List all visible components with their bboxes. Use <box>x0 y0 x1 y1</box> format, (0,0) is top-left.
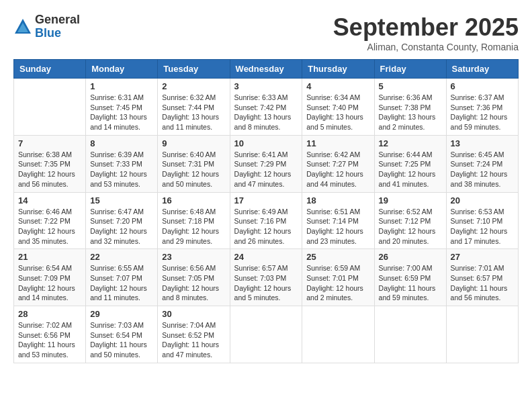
day-number: 20 <box>451 195 514 205</box>
calendar-weekday-header: Wednesday <box>230 60 302 79</box>
day-number: 26 <box>379 252 442 262</box>
day-info: Sunrise: 6:55 AM Sunset: 7:07 PM Dayligh… <box>90 263 153 303</box>
logo: General Blue <box>13 13 80 40</box>
day-info: Sunrise: 6:46 AM Sunset: 7:22 PM Dayligh… <box>18 207 81 246</box>
day-number: 30 <box>162 309 225 319</box>
calendar-cell <box>374 306 446 363</box>
day-number: 1 <box>90 81 153 91</box>
day-number: 17 <box>234 195 298 205</box>
calendar-cell: 17Sunrise: 6:49 AM Sunset: 7:16 PM Dayli… <box>230 192 302 249</box>
day-info: Sunrise: 6:33 AM Sunset: 7:42 PM Dayligh… <box>234 93 298 132</box>
calendar-cell: 30Sunrise: 7:04 AM Sunset: 6:52 PM Dayli… <box>158 306 230 363</box>
day-number: 10 <box>234 138 298 148</box>
day-number: 8 <box>90 138 153 148</box>
day-number: 5 <box>379 81 442 91</box>
logo-icon <box>13 17 32 36</box>
calendar-cell: 20Sunrise: 6:53 AM Sunset: 7:10 PM Dayli… <box>446 192 518 249</box>
calendar-cell: 15Sunrise: 6:47 AM Sunset: 7:20 PM Dayli… <box>86 192 158 249</box>
calendar-cell: 28Sunrise: 7:02 AM Sunset: 6:56 PM Dayli… <box>14 306 86 363</box>
day-number: 12 <box>379 138 442 148</box>
day-number: 25 <box>306 252 369 262</box>
calendar-weekday-header: Saturday <box>446 60 518 79</box>
day-number: 19 <box>379 195 442 205</box>
calendar-cell: 6Sunrise: 6:37 AM Sunset: 7:36 PM Daylig… <box>446 79 518 136</box>
day-info: Sunrise: 6:36 AM Sunset: 7:38 PM Dayligh… <box>379 93 442 132</box>
calendar-cell: 7Sunrise: 6:38 AM Sunset: 7:35 PM Daylig… <box>14 135 86 192</box>
day-info: Sunrise: 6:52 AM Sunset: 7:12 PM Dayligh… <box>379 207 442 246</box>
calendar-cell: 29Sunrise: 7:03 AM Sunset: 6:54 PM Dayli… <box>86 306 158 363</box>
day-number: 16 <box>162 195 225 205</box>
calendar-cell: 13Sunrise: 6:45 AM Sunset: 7:24 PM Dayli… <box>446 135 518 192</box>
day-info: Sunrise: 6:38 AM Sunset: 7:35 PM Dayligh… <box>18 150 81 189</box>
calendar-week-row: 1Sunrise: 6:31 AM Sunset: 7:45 PM Daylig… <box>14 79 519 136</box>
calendar-cell: 14Sunrise: 6:46 AM Sunset: 7:22 PM Dayli… <box>14 192 86 249</box>
calendar-cell: 23Sunrise: 6:56 AM Sunset: 7:05 PM Dayli… <box>158 249 230 306</box>
calendar-cell: 18Sunrise: 6:51 AM Sunset: 7:14 PM Dayli… <box>302 192 374 249</box>
calendar-cell: 3Sunrise: 6:33 AM Sunset: 7:42 PM Daylig… <box>230 79 302 136</box>
day-number: 15 <box>90 195 153 205</box>
day-info: Sunrise: 6:31 AM Sunset: 7:45 PM Dayligh… <box>90 93 153 132</box>
page-header: General Blue September 2025 Aliman, Cons… <box>13 13 519 52</box>
day-info: Sunrise: 6:42 AM Sunset: 7:27 PM Dayligh… <box>306 150 369 189</box>
logo-text: General Blue <box>35 13 80 40</box>
calendar-cell: 24Sunrise: 6:57 AM Sunset: 7:03 PM Dayli… <box>230 249 302 306</box>
logo-general: General <box>35 13 80 27</box>
calendar-cell: 19Sunrise: 6:52 AM Sunset: 7:12 PM Dayli… <box>374 192 446 249</box>
day-info: Sunrise: 6:53 AM Sunset: 7:10 PM Dayligh… <box>451 207 514 246</box>
day-info: Sunrise: 7:00 AM Sunset: 6:59 PM Dayligh… <box>379 263 442 303</box>
day-info: Sunrise: 6:51 AM Sunset: 7:14 PM Dayligh… <box>306 207 369 246</box>
day-info: Sunrise: 7:01 AM Sunset: 6:57 PM Dayligh… <box>451 263 514 303</box>
day-info: Sunrise: 6:32 AM Sunset: 7:44 PM Dayligh… <box>162 93 225 132</box>
calendar-header-row: SundayMondayTuesdayWednesdayThursdayFrid… <box>14 60 519 79</box>
calendar-cell <box>302 306 374 363</box>
calendar-cell <box>446 306 518 363</box>
calendar-week-row: 21Sunrise: 6:54 AM Sunset: 7:09 PM Dayli… <box>14 249 519 306</box>
day-info: Sunrise: 6:47 AM Sunset: 7:20 PM Dayligh… <box>90 207 153 246</box>
day-info: Sunrise: 7:02 AM Sunset: 6:56 PM Dayligh… <box>18 320 81 360</box>
calendar-cell: 25Sunrise: 6:59 AM Sunset: 7:01 PM Dayli… <box>302 249 374 306</box>
day-number: 7 <box>18 138 81 148</box>
calendar-cell: 22Sunrise: 6:55 AM Sunset: 7:07 PM Dayli… <box>86 249 158 306</box>
calendar-cell: 12Sunrise: 6:44 AM Sunset: 7:25 PM Dayli… <box>374 135 446 192</box>
calendar-cell: 26Sunrise: 7:00 AM Sunset: 6:59 PM Dayli… <box>374 249 446 306</box>
day-number: 11 <box>306 138 369 148</box>
day-info: Sunrise: 6:41 AM Sunset: 7:29 PM Dayligh… <box>234 150 298 189</box>
day-info: Sunrise: 6:54 AM Sunset: 7:09 PM Dayligh… <box>18 263 81 303</box>
calendar-weekday-header: Monday <box>86 60 158 79</box>
day-number: 28 <box>18 309 81 319</box>
calendar-week-row: 7Sunrise: 6:38 AM Sunset: 7:35 PM Daylig… <box>14 135 519 192</box>
day-number: 18 <box>306 195 369 205</box>
day-number: 3 <box>234 81 298 91</box>
title-area: September 2025 Aliman, Constanta County,… <box>333 13 519 52</box>
calendar-weekday-header: Sunday <box>14 60 86 79</box>
calendar-cell: 27Sunrise: 7:01 AM Sunset: 6:57 PM Dayli… <box>446 249 518 306</box>
month-title: September 2025 <box>333 13 519 42</box>
calendar-cell: 5Sunrise: 6:36 AM Sunset: 7:38 PM Daylig… <box>374 79 446 136</box>
location: Aliman, Constanta County, Romania <box>333 42 519 52</box>
day-info: Sunrise: 6:48 AM Sunset: 7:18 PM Dayligh… <box>162 207 225 246</box>
day-number: 27 <box>451 252 514 262</box>
calendar-cell: 9Sunrise: 6:40 AM Sunset: 7:31 PM Daylig… <box>158 135 230 192</box>
day-number: 13 <box>451 138 514 148</box>
day-number: 21 <box>18 252 81 262</box>
calendar-weekday-header: Thursday <box>302 60 374 79</box>
day-number: 6 <box>451 81 514 91</box>
day-number: 4 <box>306 81 369 91</box>
day-info: Sunrise: 6:34 AM Sunset: 7:40 PM Dayligh… <box>306 93 369 132</box>
day-info: Sunrise: 6:39 AM Sunset: 7:33 PM Dayligh… <box>90 150 153 189</box>
day-info: Sunrise: 7:04 AM Sunset: 6:52 PM Dayligh… <box>162 320 225 360</box>
calendar-weekday-header: Friday <box>374 60 446 79</box>
calendar-week-row: 14Sunrise: 6:46 AM Sunset: 7:22 PM Dayli… <box>14 192 519 249</box>
day-number: 24 <box>234 252 298 262</box>
logo-blue: Blue <box>35 27 80 40</box>
day-info: Sunrise: 6:49 AM Sunset: 7:16 PM Dayligh… <box>234 207 298 246</box>
day-info: Sunrise: 6:37 AM Sunset: 7:36 PM Dayligh… <box>451 93 514 132</box>
calendar-cell: 8Sunrise: 6:39 AM Sunset: 7:33 PM Daylig… <box>86 135 158 192</box>
calendar-cell: 11Sunrise: 6:42 AM Sunset: 7:27 PM Dayli… <box>302 135 374 192</box>
day-number: 23 <box>162 252 225 262</box>
calendar-body: 1Sunrise: 6:31 AM Sunset: 7:45 PM Daylig… <box>14 79 519 363</box>
calendar-table: SundayMondayTuesdayWednesdayThursdayFrid… <box>13 59 519 363</box>
calendar-cell <box>14 79 86 136</box>
calendar-cell: 16Sunrise: 6:48 AM Sunset: 7:18 PM Dayli… <box>158 192 230 249</box>
calendar-weekday-header: Tuesday <box>158 60 230 79</box>
